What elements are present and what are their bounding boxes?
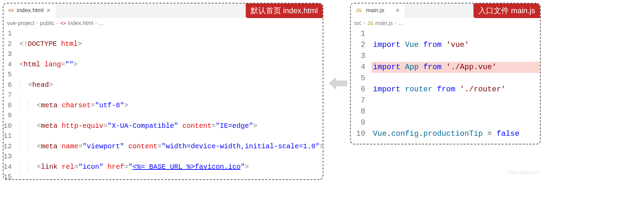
code-line: <meta name="viewport" content="width=dev… (18, 141, 323, 152)
code-line: <head> (18, 80, 323, 90)
html-file-icon: <> (60, 20, 66, 26)
close-icon[interactable]: ✕ (395, 7, 400, 14)
watermark: CSDN @Akira37 (506, 170, 540, 175)
breadcrumb[interactable]: vue-project › public › <> index.html › .… (3, 17, 323, 28)
breadcrumb-segment[interactable]: ... (99, 20, 103, 26)
breadcrumb-segment[interactable]: ... (399, 20, 403, 26)
breadcrumb-segment[interactable]: main.js (375, 20, 393, 26)
line-number-gutter: 123 456 789 101112 131415 1617 (3, 28, 18, 180)
breadcrumb-segment[interactable]: public (40, 20, 55, 26)
chevron-right-icon: › (36, 20, 38, 26)
tab-label: main.js (366, 7, 384, 14)
code-line: <meta http-equiv="X-UA-Compatible" conte… (18, 121, 323, 131)
breadcrumb-segment[interactable]: src (354, 20, 362, 26)
code-body[interactable]: <!DOCTYPE html> <html lang=""> <head> <m… (18, 28, 323, 180)
code-line: Vue.config.productionTip = false (372, 128, 540, 140)
chevron-right-icon: › (95, 20, 97, 26)
chevron-right-icon: › (364, 20, 365, 26)
tab-label: index.html (17, 7, 43, 14)
breadcrumb[interactable]: src › JS main.js › ... (351, 17, 540, 28)
annotation-badge: 默认首页 index.html (246, 3, 323, 18)
html-file-icon: <> (8, 8, 14, 13)
js-file-icon: JS (367, 20, 373, 26)
js-file-icon: JS (356, 8, 362, 13)
code-editor[interactable]: 123 456 789 10 import Vue from 'vue' imp… (351, 28, 540, 144)
chevron-right-icon: › (395, 20, 396, 26)
code-body[interactable]: import Vue from 'vue' import App from '.… (372, 28, 540, 144)
breadcrumb-segment[interactable]: vue-project (7, 20, 34, 26)
code-line: <meta charset="utf-8"> (18, 100, 323, 111)
arrow-left-icon (329, 76, 347, 90)
code-line: <html lang=""> (18, 59, 323, 70)
code-line (372, 106, 540, 117)
breadcrumb-segment[interactable]: index.html (68, 20, 93, 26)
code-line: import Vue from 'vue' (372, 40, 540, 51)
svg-marker-0 (329, 77, 347, 90)
code-line-highlighted: import App from './App.vue' (372, 62, 540, 73)
code-line: import router from './router' (372, 84, 540, 95)
editor-panel-main-js: JS main.js ✕ src › JS main.js › ... 123 … (350, 3, 541, 144)
editor-panel-index-html: <> index.html ✕ vue-project › public › <… (3, 3, 323, 180)
code-editor[interactable]: 123 456 789 101112 131415 1617 <!DOCTYPE… (3, 28, 323, 180)
line-number-gutter: 123 456 789 10 (351, 28, 372, 144)
chevron-right-icon: › (56, 20, 58, 26)
close-icon[interactable]: ✕ (46, 7, 51, 14)
annotation-badge: 入口文件 main.js (473, 3, 540, 18)
tab-main-js[interactable]: JS main.js ✕ (351, 3, 405, 17)
code-line: <!DOCTYPE html> (18, 39, 323, 49)
tab-index-html[interactable]: <> index.html ✕ (3, 3, 56, 17)
code-line: <link rel="icon" href="<%= BASE_URL %>fa… (18, 162, 323, 172)
